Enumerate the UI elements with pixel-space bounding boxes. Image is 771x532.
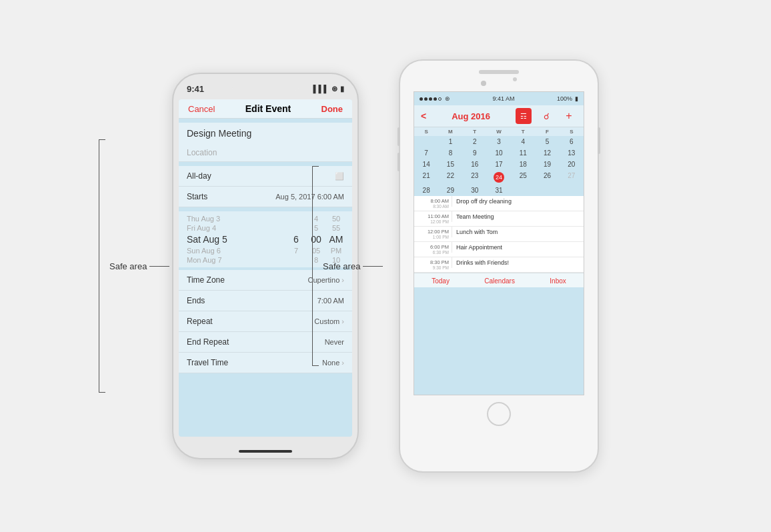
cal-day-22[interactable]: 22 xyxy=(438,170,462,185)
cal-day-21[interactable]: 21 xyxy=(414,170,438,185)
cal-week-4: 21 22 23 24 25 26 27 xyxy=(414,170,584,185)
cal-day-12[interactable]: 12 xyxy=(535,147,559,159)
events-list: 8:00 AM 8:30 AM Drop off dry cleaning 11… xyxy=(414,196,584,273)
event-title-input[interactable]: Design Meeting xyxy=(179,123,352,144)
event-title-1: Drop off dry cleaning xyxy=(452,196,584,207)
event-title-3: Lunch with Tom xyxy=(452,227,584,237)
cal-day-empty-1 xyxy=(414,136,438,147)
battery-percent: 100% xyxy=(557,95,572,102)
safe-area-text-right: Safe area xyxy=(323,261,360,271)
cal-day-29[interactable]: 29 xyxy=(438,185,462,196)
signal-dot-3 xyxy=(429,97,432,101)
end-repeat-label: End Repeat xyxy=(187,337,229,347)
cal-day-8[interactable]: 8 xyxy=(438,147,462,159)
cal-day-23[interactable]: 23 xyxy=(463,170,487,185)
tp-date-4: Sun Aug 6 xyxy=(187,247,284,255)
status-icons: ▌▌▌ ⊛ ▮ xyxy=(313,85,344,93)
cal-day-20[interactable]: 20 xyxy=(560,159,584,170)
location-field[interactable]: Location xyxy=(179,144,352,162)
iphone-6-device: ⊛ 9:41 AM 100% ▮ < Aug 2016 ☶ ☌ + xyxy=(399,59,599,473)
cal-day-25[interactable]: 25 xyxy=(511,170,535,185)
event-title-section: Design Meeting Location xyxy=(179,123,352,162)
cal-day-24[interactable]: 24 xyxy=(487,170,511,185)
iphone-6-screen: ⊛ 9:41 AM 100% ▮ < Aug 2016 ☶ ☌ + xyxy=(414,91,584,395)
home-button[interactable] xyxy=(487,402,511,426)
back-chevron[interactable]: < xyxy=(421,111,426,121)
cal-day-27[interactable]: 27 xyxy=(560,170,584,185)
cal-day-9[interactable]: 9 xyxy=(463,147,487,159)
day-header-m: M xyxy=(438,127,462,136)
search-button[interactable]: ☌ xyxy=(538,108,554,124)
cal-day-10[interactable]: 10 xyxy=(487,147,511,159)
carrier-dots: ⊛ xyxy=(420,95,450,102)
cal-day-7[interactable]: 7 xyxy=(414,147,438,159)
cal-day-empty-3 xyxy=(535,185,559,196)
cancel-button[interactable]: Cancel xyxy=(188,104,215,114)
event-time-5: 8:30 PM 9:30 PM xyxy=(414,257,452,272)
calendar-header: S M T W T F S xyxy=(414,127,584,136)
tab-calendars[interactable]: Calendars xyxy=(484,277,515,285)
repeat-label: Repeat xyxy=(187,317,213,326)
safe-area-label-right: Safe area xyxy=(312,166,383,366)
power-button-6 xyxy=(598,127,600,154)
safe-area-label-left: Safe area xyxy=(99,139,169,393)
cal-day-14[interactable]: 14 xyxy=(414,159,438,170)
event-title-2: Team Meeting xyxy=(452,211,584,222)
tab-today[interactable]: Today xyxy=(432,277,450,285)
tp-date-1: Thu Aug 3 xyxy=(187,215,304,223)
tp-date-2: Fri Aug 4 xyxy=(187,224,304,232)
done-button[interactable]: Done xyxy=(321,104,343,114)
cal-day-18[interactable]: 18 xyxy=(511,159,535,170)
tab-inbox[interactable]: Inbox xyxy=(550,277,566,285)
vol-down-6 xyxy=(398,153,400,171)
cal-day-1[interactable]: 1 xyxy=(438,136,462,147)
event-time-3: 12:00 PM 1:00 PM xyxy=(414,227,452,241)
event-row-1[interactable]: 8:00 AM 8:30 AM Drop off dry cleaning xyxy=(414,196,584,211)
day-header-s2: S xyxy=(560,127,584,136)
cal-day-5[interactable]: 5 xyxy=(535,136,559,147)
cal-day-17[interactable]: 17 xyxy=(487,159,511,170)
tp-date-active: Sat Aug 5 xyxy=(187,234,284,245)
day-header-w: W xyxy=(487,127,511,136)
tab-bar: Today Calendars Inbox xyxy=(414,273,584,287)
cal-day-19[interactable]: 19 xyxy=(535,159,559,170)
iphone-6-wrapper: Safe area ⊛ xyxy=(399,59,599,473)
event-row-2[interactable]: 11:00 AM 12:00 PM Team Meeting xyxy=(414,211,584,227)
month-title: Aug 2016 xyxy=(452,111,490,121)
battery-icon: ▮ xyxy=(340,85,344,93)
event-row-4[interactable]: 6:00 PM 6:30 PM Hair Appointment xyxy=(414,242,584,257)
nav-title: Edit Event xyxy=(245,103,291,114)
cal-day-26[interactable]: 26 xyxy=(535,170,559,185)
scene: Safe area 9:41 ▌▌▌ ⊛ ▮ xyxy=(172,59,599,473)
home-indicator xyxy=(239,450,292,453)
cal-day-15[interactable]: 15 xyxy=(438,159,462,170)
event-title-5: Drinks with Friends! xyxy=(452,257,584,268)
cal-day-31[interactable]: 31 xyxy=(487,185,511,196)
event-title-4: Hair Appointment xyxy=(452,242,584,253)
event-time-4: 6:00 PM 6:30 PM xyxy=(414,242,452,257)
cal-day-3[interactable]: 3 xyxy=(487,136,511,147)
sensor xyxy=(513,77,517,81)
ip6-time: 9:41 AM xyxy=(492,95,514,102)
add-event-button[interactable]: + xyxy=(561,108,577,124)
cal-day-11[interactable]: 11 xyxy=(511,147,535,159)
cal-day-4[interactable]: 4 xyxy=(511,136,535,147)
cal-day-16[interactable]: 16 xyxy=(463,159,487,170)
signal-dot-4 xyxy=(434,97,437,101)
cal-day-28[interactable]: 28 xyxy=(414,185,438,196)
safe-area-text-left: Safe area xyxy=(109,261,147,271)
ip6-status-bar: ⊛ 9:41 AM 100% ▮ xyxy=(414,92,584,105)
cal-day-30[interactable]: 30 xyxy=(463,185,487,196)
tp-hour-4: 7 xyxy=(288,247,304,255)
day-header-t1: T xyxy=(463,127,487,136)
cal-week-3: 14 15 16 17 18 19 20 xyxy=(414,159,584,170)
vol-up-button xyxy=(172,141,173,159)
front-camera xyxy=(481,81,486,86)
event-row-3[interactable]: 12:00 PM 1:00 PM Lunch with Tom xyxy=(414,227,584,242)
cal-day-2[interactable]: 2 xyxy=(463,136,487,147)
grid-view-button[interactable]: ☶ xyxy=(516,108,532,124)
speaker-top xyxy=(479,70,519,74)
event-row-5[interactable]: 8:30 PM 9:30 PM Drinks with Friends! xyxy=(414,257,584,273)
cal-day-13[interactable]: 13 xyxy=(560,147,584,159)
cal-day-6[interactable]: 6 xyxy=(560,136,584,147)
